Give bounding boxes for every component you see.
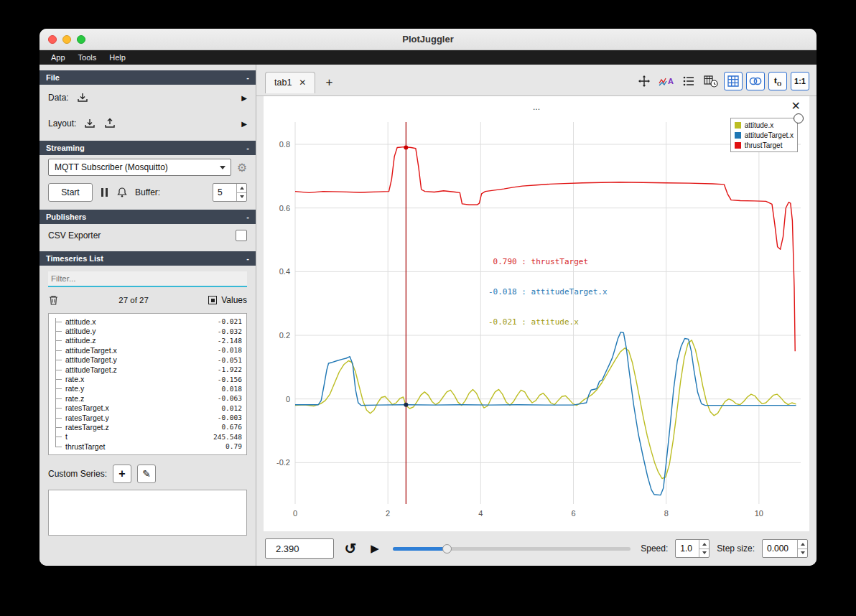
tracker-series-name: attitude.x xyxy=(531,317,579,327)
timeseries-section-header[interactable]: Timeseries List - xyxy=(39,251,256,266)
play-button[interactable]: ▶ xyxy=(367,538,383,559)
streaming-section-header[interactable]: Streaming - xyxy=(39,141,256,155)
timeseries-value: -0.018 xyxy=(218,346,242,354)
timeseries-item[interactable]: rate.z -0.063 xyxy=(55,393,242,403)
timeseries-listbox[interactable]: attitude.x -0.021 attitude.y -0.032 atti… xyxy=(48,313,247,455)
time-origin-button[interactable]: tO xyxy=(768,72,787,90)
timeseries-item[interactable]: attitude.y -0.032 xyxy=(55,326,242,335)
window-titlebar: PlotJuggler xyxy=(39,29,817,50)
timeseries-name: attitudeTarget.y xyxy=(65,355,117,364)
timeseries-value: -1.922 xyxy=(218,365,242,373)
file-collapse-button[interactable]: - xyxy=(246,73,249,82)
datetime-icon[interactable] xyxy=(702,72,720,90)
legend-item[interactable]: attitudeTarget.x xyxy=(735,130,794,140)
buffer-increment-button[interactable] xyxy=(237,184,246,193)
timeseries-item[interactable]: ratesTarget.y -0.003 xyxy=(55,413,242,422)
timeseries-item[interactable]: attitudeTarget.z -1.922 xyxy=(55,365,242,374)
timeseries-item[interactable]: ratesTarget.x 0.012 xyxy=(55,403,242,413)
pan-zoom-icon[interactable] xyxy=(635,72,653,90)
speed-value[interactable]: 1.0 xyxy=(676,540,699,557)
timeseries-name: attitude.y xyxy=(65,327,96,335)
start-button[interactable]: Start xyxy=(48,183,93,202)
publishers-collapse-button[interactable]: - xyxy=(246,213,249,221)
tab-close-icon[interactable]: ✕ xyxy=(299,78,306,88)
legend-list-icon[interactable] xyxy=(679,72,698,90)
gear-icon[interactable]: ⚙ xyxy=(237,161,247,174)
close-window-button[interactable] xyxy=(48,35,57,44)
step-size-value[interactable]: 0.000 xyxy=(763,540,797,557)
plot-close-icon[interactable]: ✕ xyxy=(791,99,801,113)
buffer-spinbox[interactable]: 5 xyxy=(213,183,247,202)
plot-corner-handle[interactable] xyxy=(794,113,804,123)
add-tab-button[interactable]: + xyxy=(320,73,338,92)
timeseries-value: -0.032 xyxy=(218,327,242,335)
load-data-icon[interactable] xyxy=(76,92,89,103)
menu-item[interactable]: Tools xyxy=(73,50,103,65)
timeseries-item[interactable]: attitudeTarget.x -0.018 xyxy=(55,345,242,355)
timeseries-item[interactable]: attitudeTarget.y -0.051 xyxy=(55,355,242,365)
values-checkbox[interactable] xyxy=(208,296,217,304)
trash-icon[interactable] xyxy=(48,294,59,306)
save-layout-icon[interactable] xyxy=(103,118,116,129)
step-size-spinbox[interactable]: 0.000 xyxy=(762,539,808,558)
svg-text:0.8: 0.8 xyxy=(279,140,290,149)
grid-view-icon[interactable] xyxy=(724,72,743,90)
step-increment-button[interactable] xyxy=(798,540,807,549)
tab-tab1[interactable]: tab1 ✕ xyxy=(265,72,315,93)
slider-handle[interactable] xyxy=(442,544,452,554)
time-display[interactable]: 2.390 xyxy=(265,538,334,559)
timeseries-item[interactable]: attitude.x -0.021 xyxy=(55,317,242,326)
timeseries-item[interactable]: ratesTarget.z 0.676 xyxy=(55,422,242,431)
legend-item[interactable]: attitude.x xyxy=(735,120,794,130)
data-expand-arrow[interactable]: ▶ xyxy=(241,94,247,102)
filter-input[interactable] xyxy=(48,271,247,287)
ratio-button[interactable]: 1:1 xyxy=(791,72,809,90)
plot-legend[interactable]: attitude.x attitudeTarget.x thrustTarget xyxy=(730,118,798,152)
custom-series-label: Custom Series: xyxy=(48,469,107,479)
layout-expand-arrow[interactable]: ▶ xyxy=(241,120,247,128)
link-axes-icon[interactable] xyxy=(746,72,765,90)
timeseries-value: -0.063 xyxy=(218,394,242,402)
timeseries-item[interactable]: rate.x -0.156 xyxy=(55,374,242,383)
timeseries-item[interactable]: rate.y 0.018 xyxy=(55,384,242,393)
streaming-source-select[interactable]: MQTT Subscriber (Mosquitto) xyxy=(48,159,231,176)
step-decrement-button[interactable] xyxy=(798,549,807,558)
timeseries-value: -2.148 xyxy=(218,337,242,345)
speed-spinbox[interactable]: 1.0 xyxy=(675,539,710,558)
pause-icon[interactable] xyxy=(100,188,109,197)
speed-increment-button[interactable] xyxy=(699,540,709,549)
csv-exporter-checkbox[interactable] xyxy=(236,230,247,241)
load-layout-icon[interactable] xyxy=(83,118,96,129)
custom-series-listbox[interactable] xyxy=(48,490,247,536)
timeseries-item[interactable]: t 245.548 xyxy=(55,432,242,442)
timeseries-item[interactable]: attitude.z -2.148 xyxy=(55,336,242,345)
timeseries-name: attitudeTarget.x xyxy=(65,346,117,355)
legend-item[interactable]: thrustTarget xyxy=(735,140,794,150)
menu-item[interactable]: Help xyxy=(103,50,131,65)
bell-icon[interactable] xyxy=(116,187,128,198)
edit-curves-icon[interactable]: A xyxy=(657,72,676,90)
slider-fill xyxy=(393,547,447,551)
timeseries-name: ratesTarget.x xyxy=(65,403,109,412)
edit-custom-series-button[interactable]: ✎ xyxy=(137,465,156,483)
streaming-collapse-button[interactable]: - xyxy=(246,144,249,152)
timeseries-collapse-button[interactable]: - xyxy=(246,254,249,263)
zoom-window-button[interactable] xyxy=(77,35,85,44)
timeseries-name: attitude.z xyxy=(65,336,96,345)
buffer-value[interactable]: 5 xyxy=(213,184,236,201)
speed-decrement-button[interactable] xyxy=(699,549,709,558)
file-section-header[interactable]: File - xyxy=(39,70,256,85)
chart-area[interactable]: 0246810-0.200.20.40.60.8 0.790 : thrustT… xyxy=(265,116,808,530)
timeseries-item[interactable]: thrustTarget 0.79 xyxy=(55,442,242,451)
timeseries-name: rate.x xyxy=(65,375,84,383)
add-custom-series-button[interactable]: + xyxy=(113,465,131,483)
timeseries-section-title: Timeseries List xyxy=(46,254,103,263)
menu-item[interactable]: App xyxy=(45,50,71,65)
loop-button[interactable]: ↺ xyxy=(341,538,360,559)
legend-color-chip xyxy=(735,142,741,149)
publishers-section-header[interactable]: Publishers - xyxy=(39,210,256,224)
layout-label: Layout: xyxy=(48,118,76,129)
buffer-decrement-button[interactable] xyxy=(237,193,246,202)
time-slider[interactable] xyxy=(393,541,631,556)
minimize-window-button[interactable] xyxy=(62,35,71,44)
